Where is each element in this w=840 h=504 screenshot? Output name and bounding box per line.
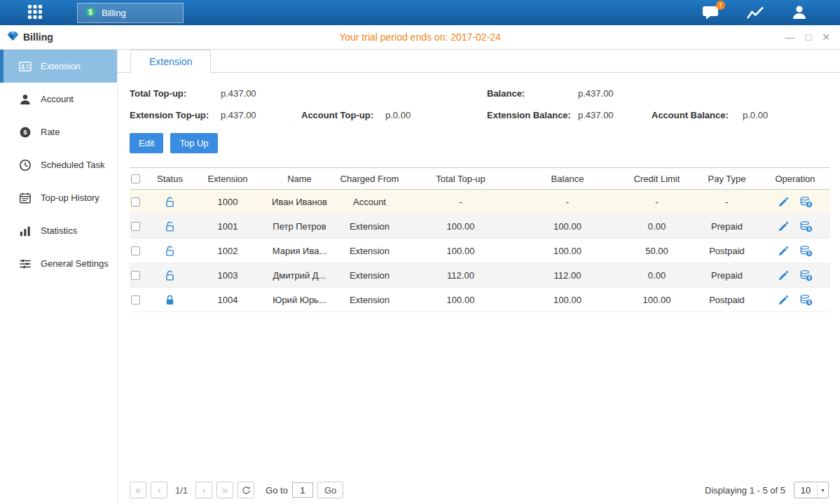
row-checkbox[interactable] (131, 271, 140, 280)
billing-dollar-icon: $ (85, 6, 96, 20)
top-up-button[interactable]: Top Up (170, 133, 217, 153)
credit-limit-cell: 0.00 (620, 221, 694, 232)
total-topup-value: p.437.00 (221, 88, 256, 99)
status-lock-icon (164, 220, 176, 230)
credit-limit-cell: - (620, 197, 694, 207)
topup-icon[interactable]: $ (799, 294, 813, 306)
sidebar-item-account[interactable]: Account (0, 83, 117, 115)
extension-balance-label: Extension Balance: (487, 110, 578, 120)
go-button[interactable]: Go (317, 482, 343, 498)
sidebar-item-label: General Settings (41, 258, 109, 269)
topup-icon[interactable]: $ (799, 270, 813, 281)
refresh-button[interactable] (237, 482, 254, 498)
bar-chart-icon (19, 225, 32, 237)
balance-cell: 100.00 (515, 246, 620, 256)
first-page-button[interactable]: « (130, 482, 146, 498)
edit-icon[interactable] (778, 294, 790, 306)
prev-page-button[interactable]: ‹ (151, 482, 167, 498)
edit-button[interactable]: Edit (130, 133, 163, 153)
extension-balance-value: p.437.00 (578, 110, 614, 120)
topup-icon[interactable]: $ (799, 220, 813, 232)
topup-icon[interactable]: $ (799, 196, 813, 208)
name-cell: Мария Ива... (266, 246, 333, 256)
billing-diamond-icon (7, 31, 19, 43)
extensions-table: Status Extension Name Charged From Total… (130, 167, 830, 312)
header-status: Status (151, 174, 189, 184)
window-title: Billing (23, 31, 53, 43)
row-checkbox[interactable] (131, 295, 140, 304)
header-name: Name (266, 174, 333, 184)
sidebar-item-label: Account (41, 94, 74, 104)
last-page-icon: » (222, 484, 228, 496)
balance-label: Balance: (487, 88, 578, 99)
billing-app-tab-label: Billing (102, 8, 126, 18)
sidebar-item-label: Top-up History (41, 192, 99, 203)
maximize-icon[interactable]: □ (806, 32, 811, 42)
svg-text:$: $ (808, 275, 811, 281)
statistics-topbar-button[interactable] (746, 5, 764, 20)
sidebar-item-topup-history[interactable]: Top-up History (0, 181, 117, 214)
row-checkbox[interactable] (131, 222, 140, 231)
goto-label: Go to (266, 485, 288, 496)
page-indicator: 1/1 (175, 485, 188, 496)
table-row[interactable]: 1002 Мария Ива... Extension 100.00 100.0… (130, 239, 830, 263)
sliders-icon (19, 258, 32, 270)
close-icon[interactable]: ✕ (822, 32, 830, 42)
chevron-down-icon: ▼ (820, 488, 825, 493)
messages-button[interactable]: ! (702, 5, 719, 20)
trial-notice: Your trial period ends on: 2017-02-24 (0, 31, 840, 43)
topup-icon[interactable]: $ (799, 245, 813, 257)
table-row[interactable]: 1004 Юрий Юрь... Extension 100.00 100.00… (130, 288, 830, 312)
rate-icon: $ (19, 126, 32, 139)
total-topup-cell: 100.00 (406, 295, 515, 305)
user-icon (791, 4, 808, 21)
charged-from-cell: Account (333, 197, 406, 207)
minimize-icon[interactable]: — (785, 32, 795, 42)
page-size-select[interactable]: 10 ▼ (794, 482, 829, 498)
apps-grid-icon (25, 4, 45, 22)
status-lock-icon (164, 195, 176, 206)
edit-icon[interactable] (778, 270, 790, 281)
charged-from-cell: Extension (333, 221, 406, 232)
row-checkbox[interactable] (131, 246, 140, 255)
billing-app-tab[interactable]: $ Billing (77, 3, 184, 23)
name-cell: Юрий Юрь... (266, 295, 333, 305)
tabstrip: Extension (118, 50, 840, 73)
row-checkbox[interactable] (131, 197, 140, 206)
header-extension: Extension (189, 174, 266, 184)
refresh-icon (242, 486, 251, 495)
edit-icon[interactable] (778, 220, 790, 232)
clock-icon (19, 159, 32, 172)
name-cell: Иван Иванов (266, 197, 333, 207)
next-page-button[interactable]: › (195, 482, 212, 498)
sidebar-item-scheduled-task[interactable]: Scheduled Task (0, 148, 117, 181)
account-topup-label: Account Top-up: (301, 110, 385, 120)
sidebar-item-general-settings[interactable]: General Settings (0, 247, 117, 280)
apps-grid-button[interactable] (13, 4, 57, 22)
table-row[interactable]: 1001 Петр Петров Extension 100.00 100.00… (130, 214, 830, 239)
extension-cell: 1000 (189, 197, 266, 207)
header-operation: Operation (760, 174, 830, 184)
sidebar-item-extension[interactable]: Extension (0, 50, 117, 83)
account-topup-value: p.0.00 (385, 110, 411, 120)
window-titlebar: Your trial period ends on: 2017-02-24 Bi… (0, 25, 840, 50)
select-all-checkbox[interactable] (131, 174, 140, 183)
last-page-button[interactable]: » (216, 482, 233, 498)
edit-icon[interactable] (778, 245, 790, 257)
balance-cell: 100.00 (515, 295, 620, 305)
pay-type-cell: Prepaid (694, 221, 760, 232)
balance-cell: - (515, 197, 620, 207)
sidebar-item-rate[interactable]: $ Rate (0, 115, 117, 148)
tab-extension[interactable]: Extension (130, 50, 211, 73)
table-row[interactable]: 1000 Иван Иванов Account - - - - $ (130, 190, 830, 214)
sidebar-item-statistics[interactable]: Statistics (0, 214, 117, 247)
edit-icon[interactable] (778, 196, 790, 208)
account-balance-value: p.0.00 (743, 110, 768, 120)
total-topup-cell: - (406, 197, 515, 207)
goto-page-input[interactable] (292, 482, 313, 498)
charged-from-cell: Extension (333, 246, 406, 256)
table-row[interactable]: 1003 Дмитрий Д... Extension 112.00 112.0… (130, 263, 830, 288)
header-pay-type: Pay Type (694, 174, 760, 184)
sidebar-item-label: Scheduled Task (41, 160, 105, 170)
user-account-button[interactable] (791, 4, 808, 21)
